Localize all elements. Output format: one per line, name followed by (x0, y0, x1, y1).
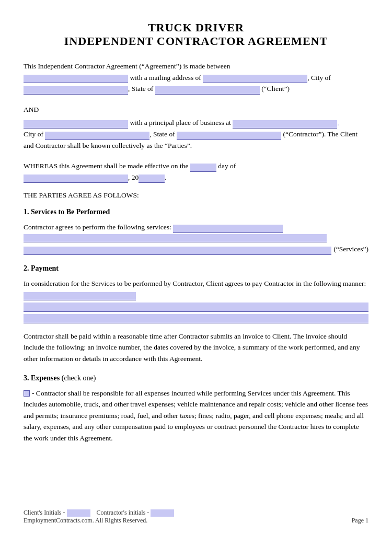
footer-left: Client's Initials - Contractor's initial… (24, 509, 174, 525)
section2-heading: 2. Payment (24, 264, 368, 273)
mailing-address-input[interactable] (203, 75, 307, 83)
whereas-day-label: day of (216, 162, 236, 170)
contractor-city-input[interactable] (45, 132, 149, 140)
footer-website: EmploymentContracts.com. All Rights Rese… (24, 517, 147, 524)
intro-text1: This Independent Contractor Agreement (“… (24, 62, 230, 70)
intro-text2: with a mailing address of (128, 74, 203, 82)
section3: 3. Expenses (check one) - Contractor sha… (24, 374, 368, 444)
client-name-input[interactable] (24, 75, 128, 83)
intro-paragraph: This Independent Contractor Agreement (“… (24, 61, 368, 95)
parties-agree-text: THE PARTIES AGREE AS FOLLOWS: (24, 191, 139, 199)
contractor-state-input[interactable] (177, 132, 281, 140)
section2-text: In consideration for the Services to be … (24, 280, 366, 287)
section2-paragraph2: Contractor shall be paid within a reason… (24, 331, 368, 365)
client-state-input[interactable] (155, 86, 260, 95)
year-input[interactable] (139, 175, 165, 183)
section2-body: In consideration for the Services to be … (24, 278, 368, 365)
client-initials-input[interactable] (67, 509, 90, 517)
and-text1: with a principal place of business at (128, 119, 233, 126)
and-label: AND (24, 104, 368, 115)
and-text3: , State of (149, 130, 177, 138)
parties-agree-section: THE PARTIES AGREE AS FOLLOWS: (24, 191, 368, 200)
whereas-year-prefix: , 20 (128, 173, 139, 181)
client-initials-label: Client's Initials - (24, 509, 65, 516)
client-city-input[interactable] (24, 86, 128, 95)
footer-page: Page 1 (352, 517, 368, 525)
intro-text5: (“Client”) (260, 85, 290, 92)
section1-text: Contractor agrees to perform the followi… (24, 222, 171, 233)
intro-section: This Independent Contractor Agreement (“… (24, 61, 368, 95)
services-input-1[interactable] (173, 225, 283, 233)
business-address-input[interactable] (233, 120, 337, 129)
services-input-3[interactable] (24, 247, 331, 255)
document-page: TRUCK DRIVER INDEPENDENT CONTRACTOR AGRE… (0, 0, 392, 535)
payment-input-1[interactable] (24, 292, 136, 300)
section3-body: - Contractor shall be responsible for al… (24, 388, 368, 444)
title-line1: TRUCK DRIVER (24, 21, 368, 34)
payment-input-3[interactable] (24, 314, 368, 323)
and-section: AND with a principal place of business a… (24, 104, 368, 151)
and-paragraph: with a principal place of business at , … (24, 117, 368, 151)
services-suffix: (“Services”) (333, 243, 368, 255)
contractor-initials-input[interactable] (151, 509, 174, 517)
section2: 2. Payment In consideration for the Serv… (24, 264, 368, 365)
document-title: TRUCK DRIVER INDEPENDENT CONTRACTOR AGRE… (24, 21, 368, 48)
whereas-text: WHEREAS this Agreement shall be made eff… (24, 162, 190, 170)
whereas-section: WHEREAS this Agreement shall be made eff… (24, 160, 368, 183)
section3-checkbox-text: - Contractor shall be responsible for al… (24, 389, 368, 442)
contractor-initials-label: Contractor's initials - (97, 509, 149, 516)
day-input[interactable] (190, 164, 216, 172)
month-input[interactable] (24, 175, 128, 183)
intro-text3: , City of (307, 74, 331, 82)
expenses-checkbox[interactable] (24, 390, 30, 397)
payment-input-2[interactable] (24, 303, 368, 312)
section3-heading-suffix: (check one) (62, 374, 96, 382)
services-input-2[interactable] (24, 234, 327, 242)
intro-text4: , State of (128, 85, 155, 92)
contractor-name-input[interactable] (24, 120, 128, 129)
section3-heading: 3. Expenses (check one) (24, 374, 368, 382)
section1-body: Contractor agrees to perform the followi… (24, 222, 368, 254)
and-text2: City of (24, 130, 45, 138)
title-line2: INDEPENDENT CONTRACTOR AGREEMENT (24, 34, 368, 48)
section1: 1. Services to Be Performed Contractor a… (24, 208, 368, 254)
document-footer: Client's Initials - Contractor's initial… (24, 509, 368, 525)
section3-heading-text: 3. Expenses (24, 374, 60, 382)
section1-heading: 1. Services to Be Performed (24, 208, 368, 216)
